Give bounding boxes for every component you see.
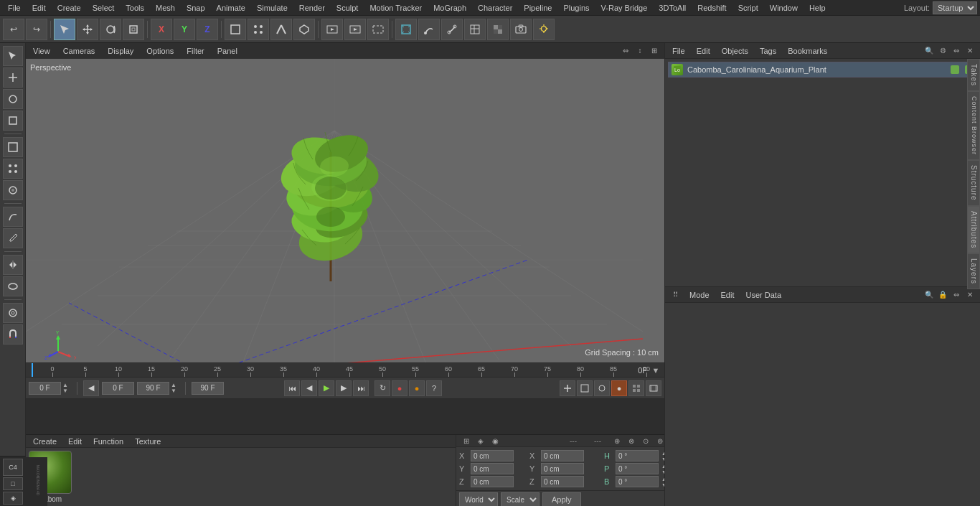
- left-symmetry-btn[interactable]: [3, 255, 23, 275]
- render-region-button[interactable]: [367, 19, 389, 40]
- tab-takes[interactable]: Takes: [967, 59, 980, 91]
- light-button[interactable]: [533, 19, 555, 40]
- menu-sculpt[interactable]: Sculpt: [331, 2, 364, 14]
- menu-edit[interactable]: Edit: [27, 2, 51, 14]
- obj-bookmarks[interactable]: Bookmarks: [785, 46, 830, 56]
- loop-tool-tl[interactable]: [594, 380, 610, 396]
- left-magnet-btn[interactable]: [3, 324, 23, 345]
- frame-settings-btn[interactable]: ▼: [650, 365, 661, 376]
- timeline-track[interactable]: [26, 399, 664, 434]
- move-tool-button[interactable]: [77, 19, 98, 40]
- menu-vray[interactable]: V-Ray Bridge: [596, 2, 653, 14]
- h-rotation-input[interactable]: [616, 450, 659, 462]
- timeline-ruler[interactable]: 0 5 10 15 20 25 30 35 40 45 50 55 60 65 …: [26, 363, 664, 378]
- z-position-input[interactable]: [471, 476, 514, 487]
- redo-button[interactable]: ↪: [26, 19, 47, 40]
- go-to-end-button[interactable]: ⏭: [353, 380, 369, 396]
- current-frame-input[interactable]: [29, 382, 61, 395]
- vp-menu-cameras[interactable]: Cameras: [60, 46, 98, 56]
- object-visibility-dot[interactable]: [951, 65, 959, 74]
- tab-attributes[interactable]: Attributes: [967, 206, 980, 253]
- render-picture-viewer-button[interactable]: [344, 19, 366, 40]
- obj-objects[interactable]: Objects: [719, 46, 751, 56]
- tab-content-browser[interactable]: Content Browser: [967, 91, 980, 160]
- coords-icon-3[interactable]: ◉: [489, 435, 501, 446]
- left-soft-btn[interactable]: [3, 303, 23, 323]
- perspective-view-button[interactable]: [395, 19, 417, 40]
- scale-tool-button[interactable]: [123, 19, 144, 40]
- vp-menu-view[interactable]: View: [30, 46, 53, 56]
- tab-structure[interactable]: Structure: [967, 160, 980, 206]
- menu-window[interactable]: Window: [765, 2, 803, 14]
- coords-icon-6[interactable]: ⊙: [640, 435, 651, 446]
- vp-menu-display[interactable]: Display: [105, 46, 136, 56]
- attr-user-data[interactable]: User Data: [743, 290, 785, 300]
- b-rotation-input[interactable]: [616, 476, 659, 487]
- vp-icon-lock[interactable]: ⊞: [649, 45, 660, 57]
- left-spline-btn[interactable]: [3, 207, 23, 227]
- menu-snap[interactable]: Snap: [182, 2, 210, 14]
- grid-tool-tl[interactable]: [628, 380, 644, 396]
- coords-icon-1[interactable]: ⊞: [461, 435, 472, 446]
- play-button[interactable]: ▶: [319, 380, 334, 396]
- start-frame-input[interactable]: [102, 382, 134, 395]
- mat-function[interactable]: Function: [90, 436, 126, 446]
- bottom-status-1[interactable]: □: [3, 477, 23, 490]
- object-mode-button[interactable]: [225, 19, 246, 40]
- menu-animate[interactable]: Animate: [212, 2, 250, 14]
- vp-menu-options[interactable]: Options: [143, 46, 176, 56]
- vp-menu-panel[interactable]: Panel: [215, 46, 240, 56]
- menu-mesh[interactable]: Mesh: [151, 2, 180, 14]
- attr-lock-icon[interactable]: 🔒: [937, 289, 948, 301]
- obj-search-icon[interactable]: 🔍: [923, 45, 935, 57]
- menu-character[interactable]: Character: [473, 2, 517, 14]
- p-rotation-input[interactable]: [616, 463, 659, 474]
- y-size-input[interactable]: [541, 463, 584, 474]
- attr-close-icon[interactable]: ✕: [964, 289, 976, 301]
- end-frame-spinner[interactable]: ▲ ▼: [171, 382, 179, 395]
- go-to-start-button[interactable]: ⏮: [284, 380, 300, 396]
- tab-layers[interactable]: Layers: [967, 253, 980, 289]
- draw-tool-button[interactable]: [418, 19, 440, 40]
- menu-help[interactable]: Help: [804, 2, 831, 14]
- coords-icon-5[interactable]: ⊗: [626, 435, 637, 446]
- loop-button[interactable]: ↻: [374, 380, 390, 396]
- x-position-input[interactable]: [471, 450, 514, 462]
- menu-redshift[interactable]: Redshift: [692, 2, 731, 14]
- rotate-tool-button[interactable]: [100, 19, 121, 40]
- menu-mograph[interactable]: MoGraph: [428, 2, 471, 14]
- points-mode-button[interactable]: [248, 19, 269, 40]
- vp-icon-expand[interactable]: ⇔: [620, 45, 631, 57]
- obj-settings-icon[interactable]: ⚙: [937, 45, 948, 57]
- menu-select[interactable]: Select: [88, 2, 120, 14]
- left-paint-btn[interactable]: [3, 180, 23, 200]
- polygon-mode-button[interactable]: [293, 19, 315, 40]
- frame-spinner-down[interactable]: ◀: [83, 380, 99, 396]
- obj-file[interactable]: File: [669, 46, 688, 56]
- undo-button[interactable]: ↩: [3, 19, 24, 40]
- coords-icon-2[interactable]: ◈: [475, 435, 486, 446]
- obj-close-icon[interactable]: ✕: [964, 45, 976, 57]
- attr-search-icon[interactable]: 🔍: [923, 289, 935, 301]
- attr-mode[interactable]: Mode: [687, 290, 712, 300]
- menu-tools[interactable]: Tools: [121, 2, 149, 14]
- coords-icon-7[interactable]: ⊚: [654, 435, 664, 446]
- layout-dropdown[interactable]: Startup: [933, 1, 977, 14]
- end-frame-input[interactable]: [137, 382, 169, 395]
- edges-mode-button[interactable]: [270, 19, 292, 40]
- menu-pipeline[interactable]: Pipeline: [519, 2, 557, 14]
- attr-edit[interactable]: Edit: [718, 290, 738, 300]
- menu-motion-tracker[interactable]: Motion Tracker: [364, 2, 427, 14]
- bottom-status-2[interactable]: ◈: [3, 492, 23, 505]
- prev-frame-button[interactable]: ◀: [301, 380, 317, 396]
- vp-icon-arrows[interactable]: ↕: [634, 45, 646, 57]
- next-frame-button[interactable]: ▶: [336, 380, 352, 396]
- menu-plugins[interactable]: Plugins: [558, 2, 594, 14]
- mat-create[interactable]: Create: [30, 436, 60, 446]
- mat-texture[interactable]: Texture: [132, 436, 164, 446]
- camera-button[interactable]: [510, 19, 532, 40]
- object-row-cabomba[interactable]: Lo Cabomba_Caroliniana_Aquarium_Plant: [668, 62, 977, 78]
- attr-expand-icon[interactable]: ⇔: [951, 289, 962, 301]
- apply-button[interactable]: Apply: [542, 492, 581, 506]
- spline-tool-button[interactable]: [441, 19, 463, 40]
